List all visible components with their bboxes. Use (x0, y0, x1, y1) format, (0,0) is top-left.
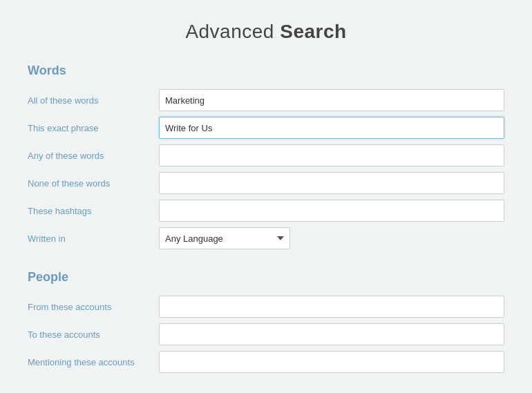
none-words-label: None of these words (28, 178, 159, 189)
mentioning-accounts-row: Mentioning these accounts (28, 351, 504, 373)
written-in-label: Written in (28, 233, 159, 244)
all-words-label: All of these words (28, 95, 159, 106)
words-heading: Words (28, 64, 504, 78)
mentioning-accounts-input[interactable] (159, 351, 504, 373)
hashtags-label: These hashtags (28, 206, 159, 216)
from-accounts-row: From these accounts (28, 296, 504, 318)
mentioning-accounts-label: Mentioning these accounts (28, 357, 159, 367)
written-in-row: Written in Any Language English Spanish … (28, 227, 504, 249)
any-words-row: Any of these words (28, 144, 504, 166)
any-words-input[interactable] (159, 144, 504, 166)
hashtags-row: These hashtags (28, 200, 504, 222)
people-heading: People (28, 270, 504, 285)
none-words-row: None of these words (28, 172, 504, 194)
from-accounts-label: From these accounts (28, 302, 159, 312)
all-words-row: All of these words (28, 89, 504, 111)
none-words-input[interactable] (159, 172, 504, 194)
any-words-label: Any of these words (28, 151, 159, 161)
exact-phrase-input[interactable] (159, 117, 504, 139)
exact-phrase-label: This exact phrase (28, 123, 159, 133)
page-title-normal: Advanced (185, 21, 280, 42)
to-accounts-input[interactable] (159, 323, 504, 345)
to-accounts-label: To these accounts (28, 329, 159, 340)
page-container: Advanced Search Words All of these words… (0, 0, 532, 393)
page-title: Advanced Search (28, 21, 504, 43)
written-in-select[interactable]: Any Language English Spanish French Germ… (159, 227, 290, 249)
hashtags-input[interactable] (159, 200, 504, 222)
exact-phrase-row: This exact phrase (28, 117, 504, 139)
all-words-input[interactable] (159, 89, 504, 111)
from-accounts-input[interactable] (159, 296, 504, 318)
words-section: Words All of these words This exact phra… (28, 64, 504, 249)
to-accounts-row: To these accounts (28, 323, 504, 345)
people-section: People From these accounts To these acco… (28, 270, 504, 373)
page-title-bold: Search (280, 21, 346, 42)
